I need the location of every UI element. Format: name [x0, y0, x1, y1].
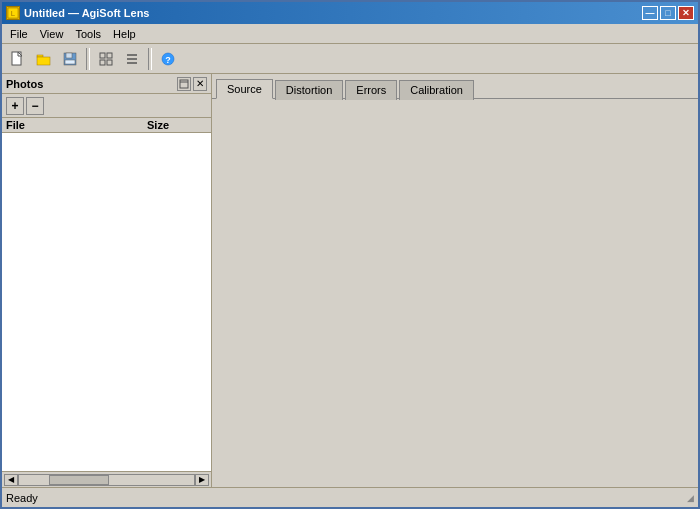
open-button[interactable] [32, 47, 56, 71]
photos-scrollbar-area: ◀ ▶ [2, 471, 211, 487]
toolbar-separator-2 [148, 48, 152, 70]
minimize-button[interactable]: — [642, 6, 658, 20]
save-button[interactable] [58, 47, 82, 71]
svg-rect-18 [180, 80, 188, 88]
tab-errors[interactable]: Errors [345, 80, 397, 100]
photos-panel-title: Photos [6, 78, 43, 90]
photos-list-body [2, 133, 211, 471]
maximize-button[interactable]: □ [660, 6, 676, 20]
svg-text:?: ? [165, 55, 171, 65]
tab-content [212, 99, 698, 487]
title-bar-left: L Untitled — AgiSoft Lens [6, 6, 149, 20]
new-button[interactable] [6, 47, 30, 71]
svg-rect-5 [37, 57, 50, 65]
right-panel: Source Distortion Errors Calibration [212, 74, 698, 487]
svg-rect-7 [66, 53, 72, 58]
menu-file[interactable]: File [4, 26, 34, 42]
close-button[interactable]: ✕ [678, 6, 694, 20]
photos-panel-header: Photos ✕ [2, 74, 211, 94]
scroll-left-button[interactable]: ◀ [4, 474, 18, 486]
photos-list: File Size [2, 118, 211, 471]
svg-rect-8 [65, 60, 75, 64]
help-button[interactable]: ? [156, 47, 180, 71]
window-title: Untitled — AgiSoft Lens [24, 7, 149, 19]
svg-rect-9 [100, 53, 105, 58]
grid-button[interactable] [94, 47, 118, 71]
title-buttons: — □ ✕ [642, 6, 694, 20]
tab-distortion[interactable]: Distortion [275, 80, 343, 100]
photos-panel: Photos ✕ + − File Siz [2, 74, 212, 487]
svg-rect-11 [100, 60, 105, 65]
toolbar-separator-1 [86, 48, 90, 70]
photos-panel-toolbar: + − [2, 94, 211, 118]
scrollbar-thumb[interactable] [49, 475, 109, 485]
panel-float-button[interactable] [177, 77, 191, 91]
main-window: L Untitled — AgiSoft Lens — □ ✕ File Vie… [0, 0, 700, 509]
options-button[interactable] [120, 47, 144, 71]
toolbar: ? [2, 44, 698, 74]
panel-header-buttons: ✕ [177, 77, 207, 91]
menu-view[interactable]: View [34, 26, 70, 42]
tab-calibration[interactable]: Calibration [399, 80, 474, 100]
photos-list-header: File Size [2, 118, 211, 133]
status-text: Ready [6, 492, 38, 504]
menu-bar: File View Tools Help [2, 24, 698, 44]
resize-handle[interactable]: ◢ [687, 493, 694, 503]
column-size: Size [147, 119, 207, 131]
main-content: Photos ✕ + − File Siz [2, 74, 698, 487]
remove-photo-button[interactable]: − [26, 97, 44, 115]
panel-close-button[interactable]: ✕ [193, 77, 207, 91]
status-bar: Ready ◢ [2, 487, 698, 507]
app-icon: L [6, 6, 20, 20]
tabs-bar: Source Distortion Errors Calibration [212, 74, 698, 99]
svg-text:L: L [11, 9, 16, 18]
column-file: File [6, 119, 147, 131]
horizontal-scrollbar[interactable] [18, 474, 195, 486]
menu-tools[interactable]: Tools [69, 26, 107, 42]
svg-rect-4 [37, 55, 43, 57]
tab-source[interactable]: Source [216, 79, 273, 99]
title-bar: L Untitled — AgiSoft Lens — □ ✕ [2, 2, 698, 24]
menu-help[interactable]: Help [107, 26, 142, 42]
svg-rect-10 [107, 53, 112, 58]
add-photo-button[interactable]: + [6, 97, 24, 115]
svg-rect-12 [107, 60, 112, 65]
scroll-right-button[interactable]: ▶ [195, 474, 209, 486]
